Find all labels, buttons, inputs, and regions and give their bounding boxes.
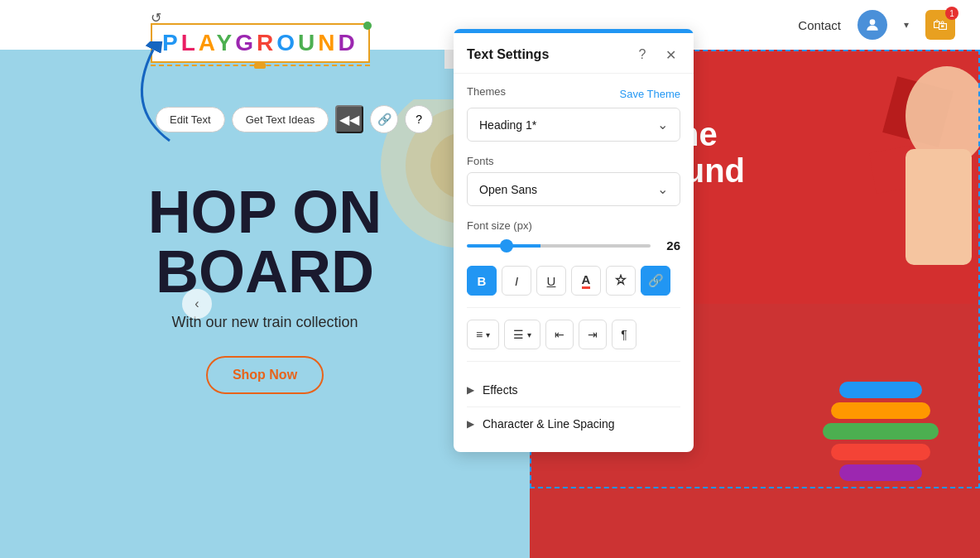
letter-Y: Y xyxy=(216,30,235,55)
indent-less-button[interactable]: ⇤ xyxy=(545,320,574,349)
svg-point-0 xyxy=(870,19,876,25)
link-icon: 🔗 xyxy=(377,113,392,126)
font-chevron-icon: ⌄ xyxy=(657,181,668,197)
rtl-icon: ¶ xyxy=(621,328,627,341)
font-size-slider[interactable] xyxy=(467,244,651,248)
char-spacing-section[interactable]: ▶ Character & Line Spacing xyxy=(467,407,680,440)
text-align-button[interactable]: ≡ ▾ xyxy=(467,320,499,349)
get-text-ideas-button[interactable]: Get Text Ideas xyxy=(232,107,329,132)
panel-title: Text Settings xyxy=(467,47,549,62)
save-theme-link[interactable]: Save Theme xyxy=(620,88,680,100)
letter-R: R xyxy=(257,30,276,55)
italic-button[interactable]: I xyxy=(502,266,531,296)
panel-header: Text Settings ? ✕ xyxy=(454,33,694,74)
themes-section-header: Themes Save Theme xyxy=(467,85,680,103)
link-format-icon: 🔗 xyxy=(648,273,664,288)
question-icon: ? xyxy=(639,47,646,62)
letter-U: U xyxy=(298,30,318,55)
letter-G: G xyxy=(235,30,257,55)
nav-contact: Contact xyxy=(798,18,841,32)
char-spacing-expand-icon: ▶ xyxy=(467,418,474,430)
format-buttons-row: B I U A 🔗 xyxy=(467,266,680,308)
nav-cart-button[interactable]: 🛍 1 xyxy=(925,10,955,40)
font-size-row: 26 xyxy=(467,238,680,253)
cart-badge: 1 xyxy=(945,7,958,20)
indent-less-icon: ⇤ xyxy=(555,328,564,341)
selection-underline xyxy=(151,65,370,66)
text-toolbar: Edit Text Get Text Ideas ◀◀ 🔗 ? xyxy=(156,105,433,133)
hyperlink-button[interactable]: 🔗 xyxy=(641,266,670,296)
align-lines-icon: ≡ xyxy=(476,328,483,341)
panel-header-icons: ? ✕ xyxy=(632,45,680,65)
history-icon: ◀◀ xyxy=(339,112,359,127)
heading-dropdown[interactable]: Heading 1* ⌄ xyxy=(467,108,680,142)
heading-chevron-icon: ⌄ xyxy=(657,117,668,132)
text-settings-panel: Text Settings ? ✕ Themes Save Theme Head… xyxy=(454,29,694,452)
effects-section[interactable]: ▶ Effects xyxy=(467,373,680,407)
font-value: Open Sans xyxy=(479,183,537,196)
letter-D: D xyxy=(338,30,358,55)
link-button[interactable]: 🔗 xyxy=(370,105,398,133)
letter-L: L xyxy=(181,30,199,55)
bold-button[interactable]: B xyxy=(467,266,497,296)
close-icon: ✕ xyxy=(665,47,676,63)
playground-text[interactable]: PLAYGROUND xyxy=(151,23,370,63)
font-size-label: Font size (px) xyxy=(467,219,680,232)
indent-more-icon: ⇥ xyxy=(588,328,598,341)
edit-text-button[interactable]: Edit Text xyxy=(156,107,225,132)
hand-image xyxy=(814,50,980,558)
font-dropdown[interactable]: Open Sans ⌄ xyxy=(467,172,680,206)
panel-body: Themes Save Theme Heading 1* ⌄ Fonts Ope… xyxy=(454,74,694,452)
rtl-button[interactable]: ¶ xyxy=(612,320,637,349)
panel-help-button[interactable]: ? xyxy=(632,45,652,65)
history-button[interactable]: ◀◀ xyxy=(335,105,363,133)
align-arrow-icon: ▾ xyxy=(486,330,490,339)
effects-label: Effects xyxy=(483,383,518,397)
letter-O1: O xyxy=(276,30,298,55)
fonts-label: Fonts xyxy=(467,155,680,167)
nav-avatar xyxy=(858,10,887,40)
list-icon: ☰ xyxy=(513,328,524,341)
carousel-prev-button[interactable]: ‹ xyxy=(182,289,212,319)
indent-more-button[interactable]: ⇥ xyxy=(579,320,607,349)
help-icon: ? xyxy=(416,113,422,126)
help-button[interactable]: ? xyxy=(405,105,433,133)
letter-A: A xyxy=(199,30,217,55)
underline-button[interactable]: U xyxy=(536,266,566,296)
effects-expand-icon: ▶ xyxy=(467,384,474,396)
highlight-button[interactable] xyxy=(606,266,636,296)
font-size-value: 26 xyxy=(661,238,680,253)
letter-N: N xyxy=(318,30,338,55)
nav-chevron-icon[interactable]: ▾ xyxy=(904,19,909,31)
char-spacing-label: Character & Line Spacing xyxy=(483,417,615,431)
themes-label: Themes xyxy=(467,85,506,98)
align-buttons-row: ≡ ▾ ☰ ▾ ⇤ ⇥ ¶ xyxy=(467,320,680,362)
resize-handle[interactable] xyxy=(254,63,266,69)
green-status-dot xyxy=(363,22,372,30)
pointer-arrow xyxy=(99,41,182,152)
selected-text-element[interactable]: PLAYGROUND xyxy=(151,23,370,66)
shop-now-button[interactable]: Shop Now xyxy=(206,356,324,394)
panel-close-button[interactable]: ✕ xyxy=(661,45,680,65)
list-arrow-icon: ▾ xyxy=(527,330,531,339)
text-color-button[interactable]: A xyxy=(571,266,601,296)
svg-rect-7 xyxy=(906,149,972,265)
heading-value: Heading 1* xyxy=(479,118,536,132)
list-style-button[interactable]: ☰ ▾ xyxy=(504,320,540,349)
